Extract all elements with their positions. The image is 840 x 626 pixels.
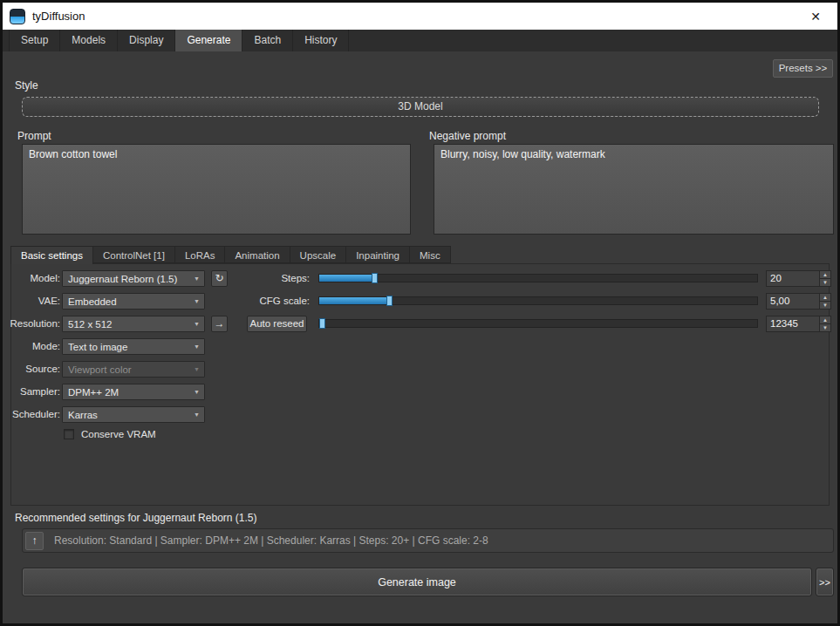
app-icon — [10, 9, 25, 24]
seed-value: 12345 — [767, 316, 819, 331]
tab-setup[interactable]: Setup — [9, 30, 60, 51]
recommended-settings-bar: ↑ Resolution: Standard | Sampler: DPM++ … — [22, 528, 834, 553]
scheduler-value: Karras — [68, 410, 194, 420]
spinner-buttons: ▲ ▼ — [819, 316, 830, 331]
slider-thumb[interactable] — [386, 296, 393, 306]
chevron-down-icon: ▼ — [194, 276, 200, 282]
settings-tab-inpainting[interactable]: Inpainting — [346, 246, 410, 263]
slider-fill — [319, 275, 375, 282]
seed-spinner[interactable]: 12345 ▲ ▼ — [766, 316, 831, 332]
slider-fill — [319, 297, 390, 304]
resolution-dropdown[interactable]: 512 x 512 ▼ — [62, 316, 205, 332]
settings-tab-misc[interactable]: Misc — [410, 246, 451, 263]
tab-models[interactable]: Models — [60, 30, 118, 51]
settings-tab-basic[interactable]: Basic settings — [10, 246, 93, 264]
auto-reseed-button[interactable]: Auto reseed — [247, 316, 307, 332]
slider-fill — [319, 320, 323, 327]
chevron-down-icon: ▼ — [194, 389, 200, 395]
tydiffusion-window: tyDiffusion ✕ Setup Models Display Gener… — [0, 0, 840, 626]
mode-value: Text to image — [68, 342, 194, 352]
scheduler-label: Scheduler: — [4, 406, 60, 423]
source-value: Viewport color — [68, 364, 194, 375]
seed-slider[interactable] — [318, 316, 758, 332]
spinner-buttons: ▲ ▼ — [819, 271, 830, 286]
cfg-scale-value: 5,00 — [767, 294, 819, 309]
prompt-label: Prompt — [17, 130, 51, 142]
source-label: Source: — [4, 361, 60, 378]
cfg-scale-spinner[interactable]: 5,00 ▲ ▼ — [766, 293, 831, 310]
settings-tabbar: Basic settings ControlNet [1] LoRAs Anim… — [10, 246, 451, 264]
recommended-title: Recommended settings for Juggernaut Rebo… — [15, 512, 256, 524]
slider-thumb[interactable] — [372, 273, 378, 283]
spinner-buttons: ▲ ▼ — [819, 294, 830, 309]
window-title: tyDiffusion — [32, 10, 85, 23]
style-selector-button[interactable]: 3D Model — [22, 97, 819, 117]
negative-prompt-input[interactable]: Blurry, noisy, low quality, watermark — [434, 144, 834, 235]
generate-image-button[interactable]: Generate image — [22, 568, 812, 596]
source-dropdown: Viewport color ▼ — [62, 361, 205, 378]
settings-tab-animation[interactable]: Animation — [225, 246, 290, 263]
mode-label: Mode: — [4, 338, 60, 355]
conserve-vram-label: Conserve VRAM — [81, 428, 156, 440]
spinner-up-icon[interactable]: ▲ — [820, 316, 830, 324]
cfg-scale-slider[interactable] — [318, 293, 758, 310]
spinner-up-icon[interactable]: ▲ — [820, 271, 830, 279]
apply-recommended-icon[interactable]: ↑ — [25, 532, 44, 550]
chevron-down-icon: ▼ — [194, 344, 200, 350]
settings-tab-upscale[interactable]: Upscale — [290, 246, 347, 263]
chevron-down-icon: ▼ — [194, 321, 200, 327]
slider-track — [318, 274, 758, 282]
spinner-up-icon[interactable]: ▲ — [820, 294, 830, 302]
tab-batch[interactable]: Batch — [242, 30, 293, 51]
settings-tab-controlnet[interactable]: ControlNet [1] — [93, 246, 175, 263]
sampler-dropdown[interactable]: DPM++ 2M ▼ — [62, 384, 205, 400]
slider-thumb[interactable] — [319, 318, 325, 329]
tab-display[interactable]: Display — [118, 30, 175, 51]
chevron-down-icon: ▼ — [194, 298, 200, 304]
presets-button[interactable]: Presets >> — [773, 59, 833, 78]
recommended-details: Resolution: Standard | Sampler: DPM++ 2M… — [54, 534, 488, 547]
settings-tab-loras[interactable]: LoRAs — [175, 246, 226, 263]
steps-spinner[interactable]: 20 ▲ ▼ — [766, 270, 831, 287]
apply-resolution-icon[interactable]: → — [211, 316, 228, 332]
steps-slider[interactable] — [318, 270, 758, 287]
main-tabbar: Setup Models Display Generate Batch Hist… — [3, 30, 837, 51]
resolution-label: Resolution: — [4, 316, 60, 332]
vae-dropdown[interactable]: Embedded ▼ — [62, 293, 205, 310]
model-value: Juggernaut Reborn (1.5) — [68, 274, 194, 284]
scheduler-dropdown[interactable]: Karras ▼ — [62, 406, 205, 423]
titlebar: tyDiffusion ✕ — [3, 3, 837, 30]
style-label: Style — [15, 79, 38, 92]
model-dropdown[interactable]: Juggernaut Reborn (1.5) ▼ — [62, 270, 205, 287]
slider-track — [318, 296, 758, 305]
slider-track — [318, 319, 758, 328]
generate-more-button[interactable]: >> — [816, 568, 834, 596]
sampler-label: Sampler: — [4, 384, 60, 400]
sampler-value: DPM++ 2M — [68, 387, 194, 398]
steps-label: Steps: — [222, 270, 310, 287]
steps-value: 20 — [767, 271, 819, 286]
cfg-scale-label: CFG scale: — [222, 293, 310, 310]
tab-history[interactable]: History — [293, 30, 349, 51]
chevron-down-icon: ▼ — [194, 412, 200, 418]
vae-label: VAE: — [4, 293, 60, 310]
negative-prompt-label: Negative prompt — [429, 130, 506, 142]
spinner-down-icon[interactable]: ▼ — [820, 279, 830, 286]
spinner-down-icon[interactable]: ▼ — [820, 324, 830, 331]
prompt-input[interactable]: Brown cotton towel — [22, 144, 411, 235]
spinner-down-icon[interactable]: ▼ — [820, 302, 830, 309]
model-label: Model: — [4, 270, 60, 287]
mode-dropdown[interactable]: Text to image ▼ — [62, 338, 205, 355]
tab-generate[interactable]: Generate — [175, 30, 242, 51]
close-icon[interactable]: ✕ — [801, 10, 830, 24]
chevron-down-icon: ▼ — [194, 366, 200, 372]
resolution-value: 512 x 512 — [68, 319, 194, 330]
vae-value: Embedded — [68, 296, 194, 307]
conserve-vram-checkbox[interactable] — [64, 429, 74, 439]
